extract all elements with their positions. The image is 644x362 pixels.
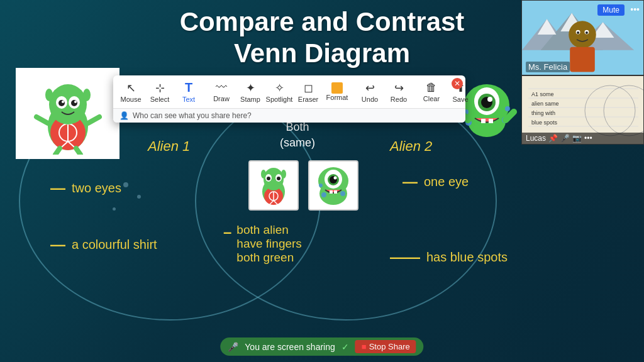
svg-text:alien     same: alien same — [531, 101, 559, 107]
svg-rect-38 — [330, 190, 333, 194]
spotlight-icon: ✧ — [275, 81, 284, 95]
svg-line-16 — [88, 117, 99, 123]
alien1-svg — [27, 73, 109, 155]
felicia-name-label: Ms. Felicia — [526, 62, 570, 72]
one-eye-item: — one eye — [402, 173, 469, 190]
more-options-button[interactable]: ••• — [630, 4, 640, 14]
alien2-section-label: Alien 2 — [390, 138, 432, 155]
decorative-dot — [113, 207, 116, 211]
blue-spots-item: —— has blue spots — [390, 248, 508, 266]
svg-text:A1   some: A1 some — [531, 91, 554, 97]
svg-point-37 — [334, 177, 337, 180]
two-eyes-item: — two eyes — [50, 179, 121, 197]
text-label: Text — [182, 96, 195, 103]
svg-point-42 — [319, 184, 323, 187]
save-label: Save — [452, 96, 468, 103]
center-items: – both alien have fingers both green — [223, 223, 302, 265]
select-tool[interactable]: ⊹ Select — [146, 79, 174, 106]
both-item1: both alien — [236, 223, 302, 237]
svg-point-30 — [261, 170, 266, 178]
svg-point-13 — [45, 89, 53, 101]
screen-share-bar: 🎤 You are screen sharing ✓ ■ Stop Share — [220, 337, 423, 356]
venn-alien1-svg — [252, 163, 296, 207]
select-icon: ⊹ — [155, 81, 165, 95]
dash-icon: – — [223, 223, 231, 241]
decorative-dot — [123, 182, 128, 187]
camera-felicia: Mute ••• Ms. Felicia — [521, 0, 644, 75]
stamp-label: Stamp — [240, 96, 260, 103]
svg-point-40 — [321, 192, 326, 197]
mouse-icon: ↖ — [126, 81, 136, 95]
svg-rect-51 — [570, 47, 595, 72]
svg-line-17 — [55, 148, 60, 155]
sharing-text: You are screen sharing — [245, 342, 335, 352]
spotlight-label: Spotlight — [266, 96, 293, 103]
svg-point-67 — [505, 106, 510, 111]
clear-label: Clear — [423, 95, 440, 102]
lucas-more-icon: ••• — [584, 134, 592, 143]
lucas-mic-icon: 🎤 — [560, 134, 570, 143]
svg-rect-39 — [334, 190, 337, 194]
whiteboard: Compare and Contrast Venn Diagram — [0, 0, 644, 362]
svg-point-28 — [267, 177, 270, 180]
svg-point-10 — [71, 100, 77, 106]
svg-point-9 — [58, 100, 65, 106]
eraser-tool[interactable]: ◻ Eraser — [294, 79, 322, 106]
dash-icon: —— — [390, 248, 420, 266]
svg-point-12 — [74, 101, 77, 103]
lucas-toolbar: Lucas 📌 🎤 📷 ••• — [522, 133, 643, 144]
draw-label: Draw — [213, 95, 230, 102]
format-label: Format — [326, 94, 348, 101]
share-mic-icon: 🎤 — [228, 342, 238, 352]
text-tool[interactable]: T Text — [175, 78, 203, 106]
person-icon: 👤 — [119, 111, 129, 120]
svg-rect-63 — [489, 119, 493, 123]
decorative-dot — [137, 195, 141, 199]
select-label: Select — [150, 96, 170, 103]
format-tool[interactable]: Format — [323, 80, 351, 104]
svg-text:thing     with: thing with — [531, 110, 555, 116]
clear-tool[interactable]: 🗑 Clear — [418, 79, 445, 105]
svg-point-11 — [62, 101, 64, 103]
mouse-label: Mouse — [120, 96, 141, 103]
svg-point-55 — [586, 31, 588, 34]
spotlight-tool[interactable]: ✧ Spotlight — [265, 79, 293, 106]
svg-point-41 — [340, 191, 345, 196]
toolbar-close-button[interactable]: ✕ — [452, 78, 463, 89]
colourful-shirt-item: — a colourful shirt — [50, 236, 157, 253]
stop-share-button[interactable]: ■ Stop Share — [355, 340, 416, 353]
stamp-tool[interactable]: ✦ Stamp — [236, 79, 264, 106]
svg-text:blue spots: blue spots — [531, 119, 558, 126]
dash-icon: — — [50, 179, 65, 197]
toolbar[interactable]: ↖ Mouse ⊹ Select T Text 〰 Draw ✦ Stam — [113, 75, 465, 123]
svg-point-14 — [83, 89, 91, 101]
venn-alien2-svg — [311, 163, 355, 207]
undo-tool[interactable]: ↩ Undo — [356, 79, 384, 106]
venn-alien1-image — [248, 160, 299, 211]
alien1-image — [16, 68, 119, 159]
toolbar-hint-text: Who can see what you share here? — [133, 111, 252, 120]
eraser-icon: ◻ — [304, 81, 313, 95]
mute-button[interactable]: Mute — [597, 4, 625, 16]
redo-icon: ↪ — [394, 81, 404, 95]
svg-point-31 — [281, 170, 286, 178]
svg-point-50 — [569, 21, 596, 48]
both-label: Both(same) — [280, 119, 315, 151]
svg-rect-62 — [481, 119, 486, 123]
camera-lucas: A1 some alien same thing with blue spots… — [521, 75, 644, 145]
svg-point-6 — [49, 84, 87, 124]
redo-tool[interactable]: ↪ Redo — [385, 79, 413, 106]
svg-point-61 — [487, 97, 492, 102]
undo-icon: ↩ — [365, 81, 375, 95]
dash-icon: — — [402, 173, 418, 190]
mouse-tool[interactable]: ↖ Mouse — [117, 79, 145, 106]
alien1-section-label: Alien 1 — [148, 138, 190, 155]
draw-tool[interactable]: 〰 Draw — [208, 79, 235, 105]
clear-icon: 🗑 — [426, 81, 437, 94]
toolbar-main: ↖ Mouse ⊹ Select T Text 〰 Draw ✦ Stam — [113, 75, 465, 108]
format-color-swatch — [331, 82, 343, 94]
dash-icon: — — [50, 236, 65, 253]
share-check-icon: ✓ — [341, 342, 349, 352]
text-icon: T — [185, 80, 192, 95]
venn-alien2-image — [308, 160, 358, 211]
